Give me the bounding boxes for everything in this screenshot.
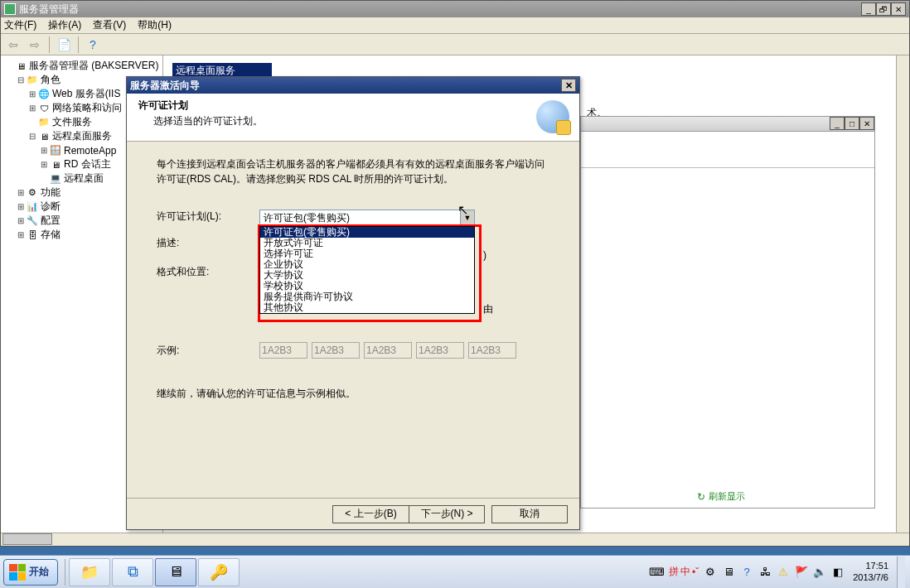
dropdown-option[interactable]: 服务提供商许可协议 [260,292,474,302]
app-title: 服务器管理器 [19,2,79,17]
expand-icon[interactable]: ⊞ [16,216,26,225]
tray-settings-icon[interactable]: ⚙ [704,566,717,579]
dialog-close-button[interactable]: ✕ [561,79,576,92]
fileservice-icon: 📁 [37,117,51,128]
license-plan-dropdown[interactable]: 许可证包(零售购买) 开放式许可证 选择许可证 企业协议 大学协议 学校协议 服… [259,226,475,314]
storage-icon: 🗄 [26,229,39,241]
example-input-3 [364,342,412,359]
tree-features[interactable]: 功能 [41,186,61,200]
example-input-5 [468,342,516,359]
example-input-2 [312,342,360,359]
minimize-button[interactable]: _ [861,2,876,16]
dialog-header-subtitle: 选择适当的许可证计划。 [153,114,568,128]
tree-roles[interactable]: 角色 [41,73,61,87]
tray-network-icon[interactable]: 🖧 [758,566,772,579]
taskbar-item-powershell[interactable]: ⧉ [112,558,153,586]
horizontal-scrollbar[interactable] [1,533,909,546]
taskbar: 开始 📁 ⧉ 🖥 🔑 ⌨ 拼 中 •ˇ ⚙ 🖥 ? 🖧 ⚠ 🚩 🔈 ◧ 17:5… [0,555,910,588]
tree-config[interactable]: 配置 [41,214,61,228]
tray-security-icon[interactable]: ⚠ [777,566,790,579]
dialog-titlebar: 服务器激活向导 ✕ [127,77,579,94]
close-button[interactable]: ✕ [891,2,906,16]
menu-action[interactable]: 操作(A) [48,18,81,32]
vertical-scrollbar[interactable] [896,55,909,533]
expand-icon[interactable]: ⊞ [27,104,37,113]
tray-sound-icon[interactable]: 🔈 [813,566,826,579]
dropdown-option[interactable]: 选择许可证 [260,248,474,259]
embed-body [581,132,874,168]
cancel-button[interactable]: 取消 [491,505,568,523]
expand-icon[interactable]: ⊞ [27,89,37,99]
activation-wizard-dialog: 服务器激活向导 ✕ 许可证计划 选择适当的许可证计划。 每个连接到远程桌面会话主… [126,76,580,530]
example-input-4 [416,342,464,359]
combo-selected-value: 许可证包(零售购买) [264,211,350,225]
license-plan-label: 许可证计划(L): [157,210,259,226]
embed-footer-link[interactable]: 刷新显示 [709,490,745,503]
tree-iis[interactable]: Web 服务器(IIS [52,87,120,101]
embed-minimize-button[interactable]: _ [830,117,845,130]
tray-monitor-icon[interactable]: 🖥 [722,566,735,579]
menu-file[interactable]: 文件(F) [4,18,36,32]
tree-root[interactable]: 服务器管理器 (BAKSERVER) [29,59,158,73]
restore-button[interactable]: 🗗 [876,2,891,16]
collapse-icon[interactable]: ⊟ [16,75,26,84]
dropdown-option[interactable]: 许可证包(零售购买) [260,227,474,238]
help-button[interactable]: ? [84,36,102,54]
embed-maximize-button[interactable]: □ [845,117,859,130]
tree-rd-session[interactable]: RD 会话主 [64,157,111,171]
taskbar-clock[interactable]: 17:51 2013/7/6 [849,561,892,582]
tray-flag-icon[interactable]: 🚩 [795,566,808,579]
toolbar-separator [78,36,79,53]
tray-help-icon[interactable]: ? [740,566,753,579]
nav-back-button[interactable]: ⇦ [4,36,22,54]
expand-icon[interactable]: ⊞ [16,230,26,239]
expand-icon[interactable]: ⊞ [16,188,26,197]
taskbar-item-licensing[interactable]: 🔑 [198,558,240,586]
scroll-thumb[interactable] [2,533,52,545]
menu-view[interactable]: 查看(V) [93,18,126,32]
tree-nps[interactable]: 网络策略和访问 [52,101,122,115]
next-button[interactable]: 下一步(N) > [409,505,485,523]
dropdown-option[interactable]: 大学协议 [260,270,474,281]
dropdown-option[interactable]: 企业协议 [260,259,474,270]
expand-icon[interactable]: ⊞ [16,202,26,211]
ime-indicator[interactable]: 拼 中 •ˇ [669,565,699,579]
config-icon: 🔧 [26,215,39,227]
tray-app-icon[interactable]: ◧ [831,566,845,579]
taskbar-item-explorer[interactable]: 📁 [69,558,110,586]
taskbar-item-server-manager[interactable]: 🖥 [155,558,196,586]
dialog-title: 服务器激活向导 [130,79,200,93]
nps-icon: 🛡 [37,103,51,114]
embed-close-button[interactable]: ✕ [859,117,874,130]
tree-file[interactable]: 文件服务 [52,115,92,129]
tree-rd-desktop[interactable]: 远程桌面 [64,171,104,186]
dropdown-arrow-icon[interactable]: ▼ [460,210,474,225]
tree-rds[interactable]: 远程桌面服务 [52,129,112,143]
nav-forward-button[interactable]: ⇨ [26,36,44,54]
format-location-label: 格式和位置: [157,265,259,279]
dropdown-option[interactable]: 开放式许可证 [260,238,474,248]
tree-storage[interactable]: 存储 [41,228,61,242]
menu-help[interactable]: 帮助(H) [138,18,172,32]
tree-remoteapp[interactable]: RemoteApp [64,145,116,157]
start-button[interactable]: 开始 [3,559,58,586]
diag-icon: 📊 [26,201,39,213]
tray-keyboard-icon[interactable]: ⌨ [651,566,664,579]
dialog-header-title: 许可证计划 [138,99,568,113]
features-icon: ⚙ [26,187,39,199]
refresh-button[interactable]: 📄 [55,36,73,54]
dropdown-option[interactable]: 其他协议 [260,302,474,313]
windows-logo-icon [9,564,26,581]
expand-icon[interactable]: ⊞ [39,160,49,169]
toolbar-separator [49,36,50,53]
expand-icon[interactable]: ⊞ [39,146,49,155]
previous-button[interactable]: < 上一步(B) [332,505,409,523]
license-plan-combobox[interactable]: 许可证包(零售购买) ▼ [259,210,475,226]
menu-bar: 文件(F) 操作(A) 查看(V) 帮助(H) [1,17,909,34]
ime-punct-icon: •ˇ [692,566,699,578]
tree-diag[interactable]: 诊断 [41,200,61,214]
collapse-icon[interactable]: ⊟ [27,132,37,141]
start-label: 开始 [29,565,49,579]
show-desktop-button[interactable] [897,557,905,588]
dropdown-option[interactable]: 学校协议 [260,281,474,292]
